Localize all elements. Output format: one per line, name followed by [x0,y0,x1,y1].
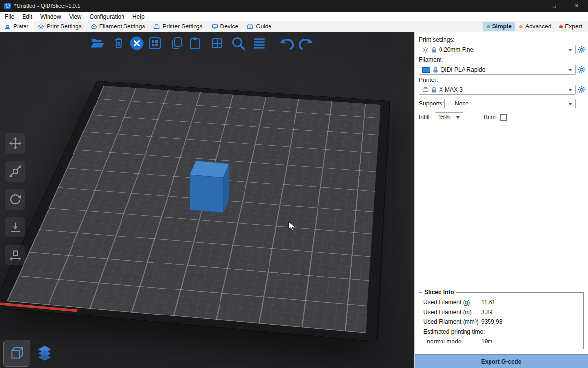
tab-guide-label: Guide [256,23,271,30]
app-logo-icon [4,3,11,9]
sliced-info-title: Sliced Info [422,289,456,296]
delete-icon[interactable] [110,34,127,52]
export-gcode-button[interactable]: Export G-code [415,354,588,368]
scale-icon[interactable] [5,161,25,182]
open-project-icon[interactable] [89,34,106,52]
printer-icon [153,24,160,30]
close-button[interactable]: × [565,0,588,12]
move-icon[interactable] [5,133,25,154]
brim-checkbox[interactable] [500,114,507,121]
gizmo-toolbar [5,133,25,265]
menu-window[interactable]: Window [36,13,65,21]
copy-icon[interactable] [169,34,185,52]
place-on-face-icon[interactable] [5,217,25,237]
viewport-3d[interactable] [0,32,414,368]
mode-advanced[interactable]: Advanced [515,22,555,31]
paste-icon[interactable] [187,34,203,52]
infill-select[interactable]: 15% [435,112,463,122]
tab-plater[interactable]: Plater [0,21,33,32]
print-bed [0,81,389,341]
tab-printer-settings[interactable]: Printer Settings [149,21,207,32]
minimize-button[interactable]: – [520,0,543,12]
window-controls: – □ × [520,0,588,12]
printer-icon [422,87,429,93]
tab-bar: Plater Print Settings Filament Settings … [0,21,588,32]
x-axis-indicator [0,302,78,312]
tab-filament-settings[interactable]: Filament Settings [86,21,149,32]
filament-color-swatch [422,67,430,73]
expert-mode-dot-icon [559,25,563,28]
mode-advanced-label: Advanced [525,23,551,30]
used-filament-m-label: Used Filament (m) [423,309,481,315]
guide-icon [247,24,253,30]
sliced-info-row: Estimated printing time: [423,328,579,335]
used-filament-g-value: 11.61 [481,299,495,306]
menu-configuration[interactable]: Configuration [86,13,128,21]
menu-help[interactable]: Help [128,13,148,21]
normal-mode-value: 19m [481,338,492,345]
mode-simple-label: Simple [492,23,512,30]
tab-plater-label: Plater [13,23,28,30]
sliced-info-row: Used Filament (mm³) 9359.93 [423,318,579,325]
viewport-toolbar [89,34,315,52]
edit-print-settings-icon[interactable] [578,46,586,53]
tab-device-label: Device [220,23,239,30]
delete-all-icon[interactable] [128,34,145,52]
editor-view-icon[interactable] [4,340,30,366]
simple-mode-dot-icon [487,25,490,28]
rotate-icon[interactable] [5,189,25,210]
print-settings-select[interactable]: 0.20mm Fine [419,45,576,54]
supports-select[interactable]: None [444,99,576,108]
edit-filament-icon[interactable] [578,66,586,74]
tab-device[interactable]: Device [207,21,243,32]
mode-expert[interactable]: Expert [555,22,586,31]
printer-value: X-MAX 3 [439,86,463,93]
window-title: *Untitled - QIDISlicer-1.0.1 [14,3,81,9]
chevron-down-icon [568,49,572,51]
mode-simple[interactable]: Simple [483,22,515,31]
titlebar: *Untitled - QIDISlicer-1.0.1 – □ × [0,0,588,12]
sliced-info-row: - normal mode 19m [423,338,579,345]
preview-view-icon[interactable] [31,340,57,366]
menu-bar: File Edit Window View Configuration Help [0,12,588,21]
estimated-time-label: Estimated printing time: [423,328,485,335]
sliced-info-panel: Sliced Info Used Filament (g) 11.61 Used… [419,292,584,349]
used-filament-mm3-label: Used Filament (mm³) [423,318,481,325]
chevron-down-icon [568,103,572,105]
print-settings-value: 0.20mm Fine [439,46,473,53]
search-icon[interactable] [230,34,246,52]
used-filament-m-value: 3.89 [481,309,492,315]
arrange-icon[interactable] [147,34,163,52]
normal-mode-label: - normal mode [423,338,481,345]
split-objects-icon[interactable] [209,34,225,52]
chevron-down-icon [568,69,572,71]
variable-layer-height-icon[interactable] [251,34,268,52]
tab-filament-settings-label: Filament Settings [99,23,145,30]
plater-icon [4,24,11,30]
filament-select[interactable]: QIDI PLA Rapido [419,65,576,75]
xy-distance-icon[interactable] [5,245,25,265]
edit-printer-icon[interactable] [578,86,586,94]
lock-icon [431,47,437,53]
gear-icon [422,47,429,53]
undo-icon[interactable] [279,34,295,52]
menu-edit[interactable]: Edit [18,13,36,21]
printer-select[interactable]: X-MAX 3 [419,85,576,95]
filament-icon [91,24,97,30]
app-window: *Untitled - QIDISlicer-1.0.1 – □ × File … [0,0,588,368]
menu-view[interactable]: View [65,13,86,21]
redo-icon[interactable] [297,34,314,52]
supports-label: Supports: [419,100,444,107]
filament-label: Filament: [419,56,586,63]
sliced-info-row: Used Filament (m) 3.89 [423,309,579,315]
tab-guide[interactable]: Guide [243,21,276,32]
chevron-down-icon [568,89,572,91]
maximize-button[interactable]: □ [543,0,565,12]
tab-print-settings-label: Print Settings [47,23,81,30]
infill-label: Infill: [419,114,435,121]
tab-print-settings[interactable]: Print Settings [33,21,86,32]
lock-icon [433,67,438,73]
menu-file[interactable]: File [1,13,18,21]
tab-printer-settings-label: Printer Settings [162,23,202,30]
used-filament-g-label: Used Filament (g) [423,299,481,306]
